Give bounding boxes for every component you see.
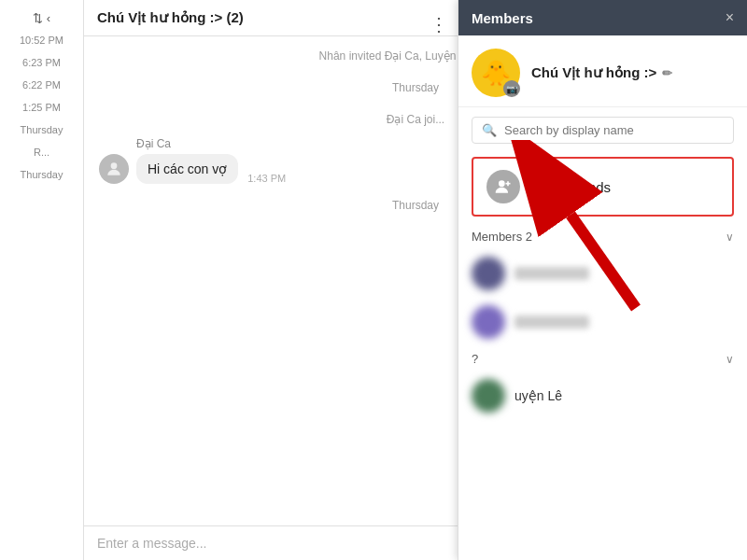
group-name: Chú Vịt hư hỏng :> ✏ (531, 64, 672, 81)
invite-icon (486, 170, 520, 203)
member-item-2[interactable] (458, 298, 747, 346)
sidebar-sort-button[interactable]: ⇅ ‹ (25, 7, 58, 29)
member-avatar-1 (472, 257, 505, 290)
sidebar-time-2: 6:23 PM (0, 51, 83, 74)
invite-friends-item[interactable]: Invite friends (472, 157, 734, 217)
chevron-down-icon-2: ∨ (726, 353, 734, 366)
sender-avatar (99, 154, 129, 184)
members-panel-title: Members (472, 10, 533, 26)
group-name-text: Chú Vịt hư hỏng :> (531, 64, 656, 81)
message-content-1: Đại Ca Hi các con vợ 1:43 PM (136, 137, 286, 184)
member-avatar-2 (472, 305, 505, 339)
message-bubble-1: Hi các con vợ (136, 154, 238, 184)
members-panel: Members × 🐥 📷 Chú Vịt hư hỏng :> ✏ 🔍 Inv… (458, 0, 747, 560)
search-box[interactable]: 🔍 (472, 117, 734, 144)
camera-icon[interactable]: 📷 (503, 80, 520, 97)
sidebar-time-5: Thursday (0, 119, 83, 141)
members-section-header[interactable]: Members 2 ∨ (458, 224, 747, 249)
members-header: Members × (458, 0, 747, 35)
edit-icon[interactable]: ✏ (662, 66, 672, 80)
more-options-button[interactable]: ⋮ (430, 13, 448, 35)
member-name-2 (514, 315, 589, 329)
sidebar: ⇅ ‹ 10:52 PM 6:23 PM 6:22 PM 1:25 PM Thu… (0, 0, 84, 560)
sidebar-time-4: 1:25 PM (0, 96, 83, 119)
sidebar-time-1: 10:52 PM (0, 29, 83, 51)
member-item-3[interactable]: uyện Lê (458, 371, 747, 420)
member-name-1 (514, 267, 589, 280)
svg-point-1 (499, 180, 505, 187)
members-section-title: Members 2 (472, 230, 532, 244)
sidebar-time-7: Thursday (0, 163, 83, 186)
member-item-1[interactable] (458, 249, 747, 298)
invite-label: Invite friends (531, 179, 611, 195)
group-avatar: 🐥 📷 (472, 49, 520, 97)
members-section-2-header[interactable]: ? ∨ (458, 346, 747, 371)
chat-input-placeholder: Enter a message... (97, 536, 207, 551)
collapse-icon[interactable]: ‹ (47, 11, 50, 25)
search-input[interactable] (504, 123, 724, 137)
group-info: 🐥 📷 Chú Vịt hư hỏng :> ✏ (458, 35, 747, 107)
message-sender-1: Đại Ca (136, 137, 286, 150)
sidebar-time-6: R... (0, 141, 83, 163)
svg-point-0 (111, 162, 118, 169)
sidebar-time-3: 6:22 PM (0, 74, 83, 96)
chevron-down-icon: ∨ (726, 231, 734, 244)
app-container: ⇅ ‹ 10:52 PM 6:23 PM 6:22 PM 1:25 PM Thu… (0, 0, 747, 560)
member-avatar-3 (472, 379, 505, 413)
member-name-3: uyện Lê (514, 388, 562, 403)
members-section-2-title: ? (472, 352, 478, 366)
search-icon: 🔍 (482, 123, 497, 137)
sort-icon: ⇅ (33, 11, 43, 25)
close-button[interactable]: × (726, 9, 734, 26)
message-time-1: 1:43 PM (247, 173, 286, 184)
sidebar-timestamps: 10:52 PM 6:23 PM 6:22 PM 1:25 PM Thursda… (0, 29, 83, 186)
